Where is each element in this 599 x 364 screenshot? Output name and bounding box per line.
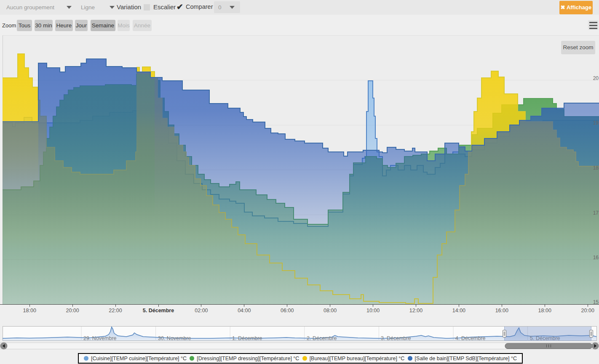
svg-text:30. Novembre: 30. Novembre bbox=[158, 335, 191, 341]
svg-text:12:00: 12:00 bbox=[409, 308, 423, 314]
svg-text:4. Décembre: 4. Décembre bbox=[455, 335, 486, 341]
svg-text:08:00: 08:00 bbox=[324, 308, 337, 314]
svg-text:18:00: 18:00 bbox=[538, 308, 551, 314]
svg-text:18: 18 bbox=[593, 165, 599, 171]
svg-text:20: 20 bbox=[593, 75, 599, 81]
svg-text:20:00: 20:00 bbox=[66, 308, 79, 314]
svg-text:19: 19 bbox=[593, 120, 599, 126]
svg-text:16:00: 16:00 bbox=[495, 308, 508, 314]
svg-text:10:00: 10:00 bbox=[366, 308, 380, 314]
svg-text:14:00: 14:00 bbox=[452, 308, 465, 314]
svg-text:16: 16 bbox=[593, 255, 599, 260]
svg-text:17: 17 bbox=[593, 210, 599, 216]
svg-text:2. Décembre: 2. Décembre bbox=[307, 335, 337, 341]
svg-text:3. Décembre: 3. Décembre bbox=[381, 335, 411, 341]
svg-text:20:00: 20:00 bbox=[581, 308, 594, 314]
svg-text:29. Novembre: 29. Novembre bbox=[83, 335, 117, 341]
svg-text:22:00: 22:00 bbox=[109, 308, 122, 314]
svg-text:06:00: 06:00 bbox=[281, 308, 294, 314]
svg-text:04:00: 04:00 bbox=[238, 308, 251, 314]
svg-text:18:00: 18:00 bbox=[23, 308, 36, 314]
svg-text:5. Décembre: 5. Décembre bbox=[143, 308, 174, 314]
svg-text:1. Décembre: 1. Décembre bbox=[232, 335, 262, 341]
svg-text:15: 15 bbox=[593, 299, 599, 305]
svg-text:02:00: 02:00 bbox=[195, 308, 208, 314]
